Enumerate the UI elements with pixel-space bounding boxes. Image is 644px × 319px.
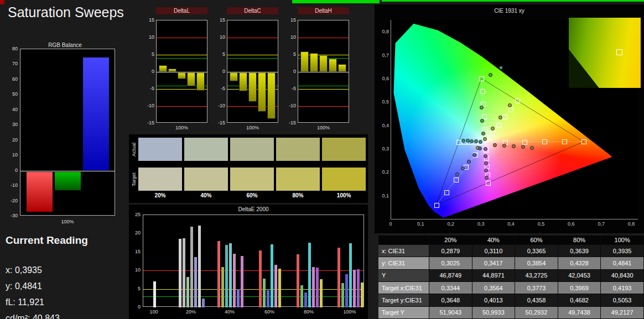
cie-y-tick-label: 0,8 [376, 29, 389, 34]
swatch-actual-100% [322, 138, 366, 161]
swatch-target-100% [322, 168, 366, 191]
table-column-header: 60% [515, 236, 558, 245]
table-value-cell: 50,9933 [472, 307, 516, 319]
deltae-bar [241, 256, 243, 307]
table-column-header: 20% [429, 236, 472, 245]
target-square [456, 140, 461, 145]
deltae-bar [345, 274, 348, 307]
deltae-group-label: 40% [219, 309, 241, 315]
delta-ref-line [227, 38, 278, 38]
deltae-bar [198, 226, 201, 307]
table-value-cell: 0,3969 [558, 282, 601, 294]
deltae-bar [278, 269, 281, 307]
delta-bar [338, 64, 346, 72]
deltae-bar [337, 248, 340, 307]
table-value-cell: 42,0453 [558, 270, 601, 282]
rgb-y-tick-label: 30 [6, 122, 18, 127]
target-square [508, 107, 513, 112]
deltae-bar [297, 254, 299, 307]
delta-h-plot [298, 20, 349, 123]
deltae-group-label: 80% [298, 309, 320, 315]
measured-point [467, 160, 471, 164]
delta-bar [329, 59, 337, 72]
top-accent-strip-left [292, 0, 380, 3]
current-reading-heading: Current Reading [6, 234, 124, 247]
reading-line: cd/m²: 40,843 [6, 313, 60, 319]
deltae-bar [153, 281, 156, 307]
delta-e-2000-chart: DeltaE 2000 252015105010020%40%60%80%100… [129, 205, 368, 319]
deltae-bar [353, 270, 356, 307]
measured-point [485, 176, 489, 180]
target-square [480, 89, 485, 94]
measured-point [502, 144, 506, 148]
deltae-group-label: 100 [143, 309, 165, 315]
deltae-ref-line [143, 270, 363, 271]
delta-ref-line [157, 55, 207, 55]
reading-line: y: 0,4841 [6, 281, 42, 291]
cie-title: CIE 1931 xy [375, 8, 644, 14]
page-title: Saturation Sweeps [8, 4, 124, 20]
delta-y-tick-label: 0 [216, 69, 225, 74]
measured-point [512, 144, 516, 148]
deltae-group-label: 100% [339, 309, 361, 315]
target-square [434, 203, 439, 208]
deltae-bar [183, 238, 185, 307]
deltae-bar [202, 299, 205, 307]
target-square [490, 131, 495, 136]
cie-y-tick-label: 0,6 [376, 76, 389, 81]
table-value-cell: 0,3110 [472, 245, 516, 257]
table-column-header: 100% [601, 236, 644, 245]
target-square [562, 139, 567, 144]
deltae-bar [267, 290, 269, 307]
rgb-balance-title: RGB Balance [6, 42, 124, 48]
deltae-y-tick-label: 20 [129, 230, 141, 236]
delta-bar [319, 55, 328, 72]
deltae-bar [233, 254, 236, 307]
table-row: Target Y51,904350,993350,293249,743849,2… [378, 307, 644, 319]
table-column-header: 80% [558, 236, 601, 245]
measured-point [493, 143, 497, 147]
delta-bar [178, 72, 186, 79]
cie-y-tick-label: 0,7 [376, 53, 389, 58]
deltae-bar [194, 257, 197, 307]
delta-l-title: DeltaL [156, 7, 207, 14]
swatch-target-20% [138, 168, 182, 191]
deltae-bar [349, 243, 352, 307]
delta-c-x-label: 100% [227, 125, 278, 130]
target-square [444, 190, 449, 195]
table-row-label: Target x:CIE31 [378, 282, 429, 294]
swatch-target-80% [276, 168, 320, 191]
delta-bar [310, 53, 318, 72]
deltae-bar [320, 279, 323, 307]
deltae-bar [221, 267, 224, 307]
table-value-cell: 0,4193 [601, 282, 644, 294]
measured-point [530, 146, 534, 150]
deltae-bar [300, 285, 303, 307]
cie-y-tick-label: 0,4 [376, 123, 389, 128]
cie-inset-target-square [616, 49, 622, 55]
measured-point [484, 147, 487, 151]
reading-line: x: 0,3935 [6, 265, 42, 275]
table-value-cell: 0,4682 [558, 294, 601, 306]
deltae-bar [186, 277, 189, 307]
delta-y-tick-label: 0 [287, 69, 296, 74]
table-value-cell: 0,3417 [472, 257, 516, 269]
delta-y-tick-label: 5 [145, 51, 154, 57]
delta-bar [196, 72, 205, 91]
delta-ref-line [157, 58, 207, 59]
deltae-bar [271, 244, 273, 307]
rgb-y-tick-label: 50 [6, 91, 18, 97]
deltae-bar [179, 239, 181, 307]
swatch-actual-60% [230, 138, 274, 161]
delta-y-tick-label: -10 [216, 103, 225, 108]
delta-h-x-label: 100% [298, 125, 349, 130]
swatch-col-label: 100% [322, 192, 366, 198]
rgb-y-tick-label: 60 [6, 76, 18, 82]
delta-zero-line [298, 72, 349, 72]
swatch-comparator: ActualTarget20%40%60%80%100% [129, 134, 368, 203]
table-row-label: y: CIE31 [378, 257, 429, 269]
rgb-bar-red [26, 171, 53, 212]
deltae-ref-line [143, 296, 363, 297]
delta-y-tick-label: 15 [216, 17, 225, 23]
deltae-bar [237, 289, 240, 307]
